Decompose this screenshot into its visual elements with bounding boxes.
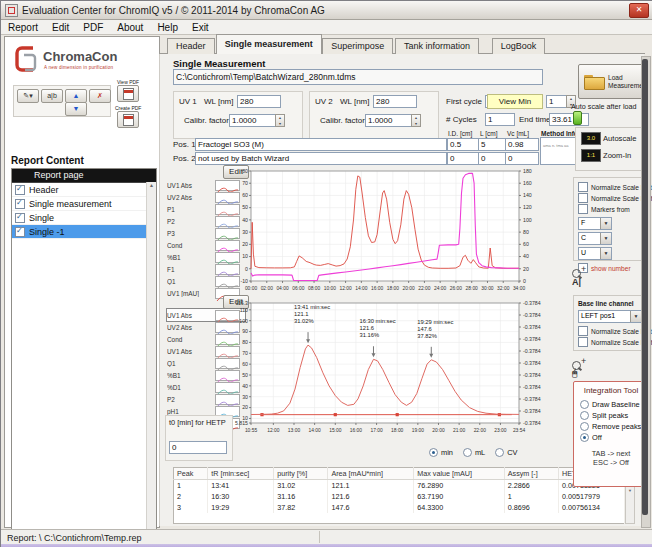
svg-text:50: 50 (242, 372, 248, 378)
tree-row[interactable]: Header (12, 183, 156, 197)
tab-logbook[interactable]: LogBook (492, 38, 546, 54)
end-time-field[interactable]: 33.61 (549, 113, 589, 126)
annotate-icon[interactable]: A| (572, 277, 581, 287)
integration-option-label: Remove peaks (592, 422, 641, 431)
tree-row-checkbox[interactable] (15, 199, 25, 209)
autoscale-icon[interactable]: 3.0 (581, 132, 601, 145)
tree-row-checkbox[interactable] (15, 213, 25, 223)
tab-superimpose[interactable]: Superimpose (322, 38, 393, 54)
svg-text:-0.3784: -0.3784 (523, 372, 541, 378)
pos1-field[interactable]: Fractogel SO3 (M) (195, 138, 447, 151)
uv1-wl-label: WL [nm] (204, 97, 233, 106)
file-path-field[interactable]: C:\Contichrom\Temp\BatchWizard_280nm.tdm… (173, 69, 543, 85)
svg-text:-0.3784: -0.3784 (523, 348, 541, 354)
marker-c-select[interactable]: C▼ (578, 232, 612, 245)
pos1-vc-field[interactable]: 0.98 (505, 138, 539, 151)
pos1-label: Pos. 1 (173, 140, 196, 149)
baseline-normalize-right-checkbox[interactable] (578, 337, 588, 347)
uv1-wl-field[interactable]: 280 (237, 95, 281, 108)
annotate-icon[interactable]: 🖰 (572, 368, 577, 379)
scrollbar-thumb[interactable] (642, 59, 648, 515)
menu-item-help[interactable]: Help (150, 22, 185, 33)
menu-item-exit[interactable]: Exit (185, 22, 216, 33)
svg-text:40: 40 (523, 253, 529, 259)
svg-text:30:00: 30:00 (481, 286, 494, 291)
uv1-calib-field[interactable]: 1.0000 (229, 114, 279, 127)
title-bar: Evaluation Center for ChromIQ v5 / © 201… (1, 1, 652, 20)
integration-option-split-peaks[interactable]: Split peaks (580, 410, 648, 421)
menu-item-about[interactable]: About (110, 22, 150, 33)
menu-item-report[interactable]: Report (1, 22, 45, 33)
menu-item-edit[interactable]: Edit (45, 22, 76, 33)
markers-from-checkbox[interactable] (578, 204, 588, 214)
t0-field[interactable]: 0 (169, 441, 227, 454)
svg-text:40: 40 (242, 217, 248, 223)
svg-text:110: 110 (240, 307, 248, 313)
svg-text:19:00: 19:00 (412, 428, 425, 433)
view-min-button[interactable]: View Min (487, 94, 543, 109)
unit-radio-min[interactable]: min (429, 447, 453, 458)
integration-option-draw-baseline[interactable]: Draw Baseline (580, 399, 648, 410)
unit-radio-mL[interactable]: mL (463, 447, 485, 458)
tab-tank-information[interactable]: Tank information (395, 38, 479, 54)
unit-radio-CV[interactable]: CV (495, 447, 517, 458)
table-row[interactable]: 113:4131.02121.176.28902.28660.00733225 (174, 480, 625, 492)
uv2-calib-spinner[interactable]: ▴▾ (411, 114, 421, 127)
peak-table[interactable]: PeaktR [min:sec]purity [%]Area [mAU*min]… (173, 467, 625, 524)
svg-text:121.1: 121.1 (294, 311, 309, 317)
zoom-in-icon[interactable]: 1:1 (581, 149, 601, 162)
svg-text:147.6: 147.6 (417, 326, 432, 332)
svg-text:80: 80 (523, 229, 529, 235)
pdf-page-icon (123, 88, 134, 100)
move-down-button[interactable]: ▼ (65, 102, 87, 116)
table-row[interactable]: 319:2937.82147.664.33000.86960.00756134 (174, 502, 625, 513)
move-up-button[interactable]: ▲ (65, 89, 87, 103)
tab-header[interactable]: Header (167, 38, 215, 54)
rename-button[interactable]: a|b (41, 89, 63, 103)
normalize-left-checkbox[interactable] (578, 182, 588, 192)
uv2-calib-field[interactable]: 1.0000 (365, 114, 415, 127)
baseline-normalize-left-checkbox[interactable] (578, 326, 588, 336)
svg-text:13:00: 13:00 (288, 428, 301, 433)
integration-option-off[interactable]: Off (580, 432, 648, 443)
svg-text:04:00: 04:00 (276, 286, 289, 291)
tree-row[interactable]: Single measurement (12, 197, 156, 211)
svg-text:120: 120 (523, 204, 532, 210)
svg-text:23:00: 23:00 (494, 428, 507, 433)
tab-single-measurement[interactable]: Single measurement (216, 34, 322, 54)
svg-text:16:30 min:sec: 16:30 min:sec (359, 318, 395, 324)
normalize-right-checkbox[interactable] (578, 193, 588, 203)
pos1-l-field[interactable]: 5 (478, 138, 506, 151)
menu-item-pdf[interactable]: PDF (76, 22, 110, 33)
pos1-id-field[interactable]: 0.5 (447, 138, 479, 151)
svg-text:-0.3784: -0.3784 (523, 384, 541, 390)
svg-text:34:00: 34:00 (513, 286, 526, 291)
svg-text:-0.3784: -0.3784 (523, 360, 541, 366)
load-measurement-button[interactable]: Load Measurement (578, 64, 644, 99)
create-pdf-button[interactable] (117, 111, 139, 128)
marker-f-select[interactable]: F▼ (578, 217, 612, 230)
main-scrollbar[interactable] (641, 56, 651, 528)
integration-option-remove-peaks[interactable]: Remove peaks (580, 421, 648, 432)
autoscale-led-indicator[interactable] (573, 111, 582, 125)
delete-page-button[interactable]: ✗ (89, 89, 111, 103)
menu-bar: ReportEditPDFAboutHelpExit (1, 20, 652, 35)
close-button[interactable]: ✕ (629, 3, 649, 18)
svg-text:00:00: 00:00 (245, 286, 258, 291)
table-row[interactable]: 216:3031.16121.663.719010.00517979 (174, 491, 625, 502)
integration-hint-tab: TAB -> next (574, 449, 648, 458)
uv1-calib-spinner[interactable]: ▴▾ (275, 114, 285, 127)
view-pdf-button[interactable] (117, 85, 139, 102)
tree-row-checkbox[interactable] (15, 227, 25, 237)
chart1-overview[interactable]: 80706050403020100-1018016014012010080604… (165, 164, 557, 300)
tree-row-checkbox[interactable] (15, 185, 25, 195)
uv2-wl-field[interactable]: 280 (373, 95, 417, 108)
tree-row[interactable]: Single (12, 211, 156, 225)
tree-scrollbar[interactable]: ▲ (146, 182, 156, 544)
edit-pen-button[interactable]: ✎▾ (17, 89, 39, 103)
tree-row[interactable]: Single -1 (12, 225, 156, 239)
num-cycles-field[interactable]: 1 (485, 113, 515, 126)
chevron-down-icon: ▼ (600, 233, 611, 244)
marker-u-select[interactable]: U▼ (578, 247, 612, 260)
baseline-channel-select[interactable]: LEFT pos1▼ (578, 310, 642, 323)
